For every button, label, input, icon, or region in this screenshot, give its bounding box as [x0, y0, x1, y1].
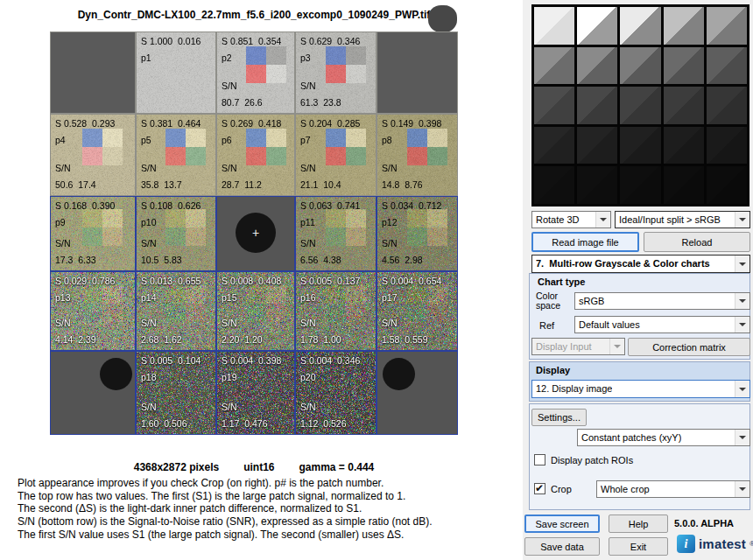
patch-id: p17	[382, 293, 398, 303]
thumb-patch	[577, 127, 617, 164]
patch-id: p15	[222, 293, 237, 303]
patch-signal-values: S 0.029 0.786	[55, 276, 115, 286]
registration-circle	[100, 358, 132, 390]
patch-sn-label: S/N	[300, 164, 316, 173]
patch-sn-values: 28.7 11.2	[222, 180, 262, 190]
thumb-patch	[577, 166, 617, 204]
settings-button[interactable]: Settings...	[531, 409, 587, 426]
patch-sn-label: S/N	[141, 318, 157, 328]
patch-sn-label: S/N	[55, 164, 71, 173]
patch-sn-label: S/N	[222, 164, 237, 173]
read-image-file-button[interactable]: Read image file	[531, 232, 639, 252]
patch-signal-values: S 0.269 0.418	[222, 119, 281, 129]
note-line: S/N (bottom row) is the Signal-to-Noise …	[18, 515, 521, 528]
patch-id: p9	[55, 218, 66, 228]
chevron-down-icon	[735, 430, 749, 445]
chart-3d-preview[interactable]	[531, 4, 749, 206]
thumb-patch	[534, 127, 574, 164]
thumb-patch	[707, 7, 747, 45]
display-select[interactable]: 12. Display image	[531, 380, 750, 398]
patch-signal-values: S 0.008 0.408	[222, 276, 281, 286]
patch-sn-label: S/N	[141, 164, 157, 173]
thumb-patch	[577, 7, 617, 45]
image-gamma: gamma = 0.444	[299, 461, 375, 473]
help-button[interactable]: Help	[609, 514, 668, 533]
patch-sn-label: S/N	[300, 318, 316, 328]
chart-select-value: 7. Multi-row Grayscale & Color charts	[536, 258, 710, 269]
figure-notes: Plot appearance improves if you check Cr…	[18, 477, 521, 542]
image-dimensions: 4368x2872 pixels	[134, 461, 219, 473]
display-input-select[interactable]: Display Input	[531, 338, 625, 355]
patch-id: p13	[55, 293, 71, 303]
patch-sn-label: S/N	[382, 239, 398, 248]
thumb-patch	[664, 166, 704, 204]
color-space-value: sRGB	[579, 296, 604, 306]
thumb-patch	[664, 47, 704, 85]
patch-signal-values: S 0.528 0.293	[55, 119, 115, 129]
chart-patch-p11: S 0.063 0.741p11S/N6.56 4.38	[295, 196, 376, 271]
patch-signal-values: S 0.108 0.626	[141, 201, 201, 211]
display-patch-rois-label: Display patch ROIs	[551, 455, 633, 466]
patch-signal-values: S 0.004 0.398	[222, 356, 281, 366]
thumb-patch	[534, 7, 574, 45]
thumb-patch	[577, 87, 617, 124]
registration-mark	[428, 5, 457, 32]
chevron-down-icon	[735, 317, 749, 332]
chart-patch-p14: S 0.013 0.655p14S/N2.68 1.62	[136, 271, 216, 351]
chart-center: +	[216, 196, 295, 271]
thumb-patch	[534, 166, 574, 204]
save-data-button[interactable]: Save data	[524, 537, 600, 556]
patch-id: p16	[300, 293, 316, 303]
chevron-down-icon	[735, 293, 749, 309]
thumb-patch	[620, 7, 660, 45]
thumb-patch	[620, 166, 660, 204]
registered-mark: ®	[749, 540, 753, 548]
patch-signal-values: S 0.063 0.741	[300, 201, 360, 211]
crop-mode-select[interactable]: Whole crop	[596, 480, 750, 498]
correction-matrix-button[interactable]: Correction matrix	[628, 338, 750, 356]
registration-circle	[383, 358, 415, 390]
display-patch-rois-checkbox[interactable]	[534, 454, 545, 466]
chevron-down-icon	[609, 339, 624, 354]
patch-signal-values: S 0.204 0.285	[300, 119, 360, 129]
patch-sn-values: 17.3 6.33	[55, 256, 96, 265]
constant-patches-select[interactable]: Constant patches (xyY)	[577, 429, 750, 446]
rotate-3d-select[interactable]: Rotate 3D	[531, 211, 611, 228]
chevron-down-icon	[595, 212, 610, 228]
patch-signal-values: S 0.004 0.654	[382, 276, 441, 286]
patch-sn-values: 35.8 13.7	[141, 180, 182, 190]
thumb-patch	[707, 166, 747, 204]
patch-signal-values: S 0.851 0.354	[222, 37, 281, 46]
thumb-patch	[707, 127, 747, 164]
patch-sn-values: 2.20 1.20	[222, 335, 263, 345]
patch-id: p10	[141, 218, 157, 228]
crop-checkbox[interactable]	[534, 483, 545, 494]
patch-id: p19	[222, 373, 237, 382]
chevron-down-icon	[735, 481, 749, 497]
figure-pane: Dyn_Contr_DMC-LX100_22.7mm_f5.6_i200_exc…	[0, 0, 523, 560]
note-line: The second (ΔS) is the light-dark inner …	[18, 502, 521, 515]
split-mode-select[interactable]: Ideal/Input split > sRGB	[615, 211, 750, 228]
patch-id: p2	[222, 53, 232, 63]
exit-button[interactable]: Exit	[609, 537, 668, 556]
reload-button[interactable]: Reload	[644, 232, 750, 252]
patch-id: p1	[141, 53, 151, 63]
patch-sn-label: S/N	[55, 318, 71, 328]
patch-signal-values: S 0.381 0.464	[141, 119, 201, 129]
patch-signal-values: S 0.034 0.712	[382, 201, 441, 211]
imatest-icon: i	[677, 535, 695, 553]
chart-corner	[50, 351, 136, 435]
color-space-select[interactable]: sRGB	[574, 292, 750, 310]
save-screen-button[interactable]: Save screen	[524, 514, 600, 533]
patch-sn-values: 6.56 4.38	[300, 256, 341, 265]
patch-sn-label: S/N	[300, 81, 316, 91]
chevron-down-icon	[735, 381, 749, 397]
patch-id: p5	[141, 136, 151, 145]
crop-mode-value: Whole crop	[601, 484, 650, 494]
chart-select[interactable]: 7. Multi-row Grayscale & Color charts	[531, 255, 750, 273]
chart-patch-p13: S 0.029 0.786p13S/N4.14 2.39	[50, 271, 136, 351]
display-input-value: Display Input	[536, 341, 592, 352]
patch-id: p3	[300, 53, 311, 63]
thumb-patch	[620, 127, 660, 164]
ref-select[interactable]: Default values	[574, 316, 750, 333]
